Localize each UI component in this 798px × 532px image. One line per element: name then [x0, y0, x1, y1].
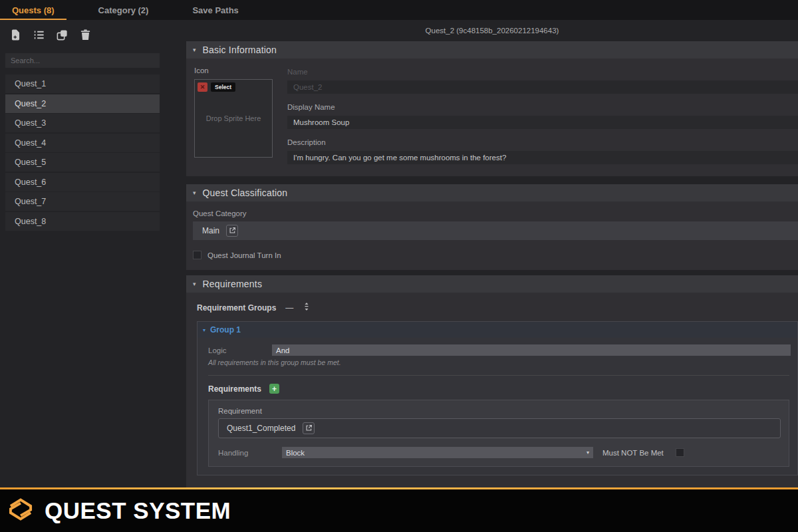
group-1-header[interactable]: ▾ Group 1: [198, 322, 797, 338]
search-input[interactable]: [5, 53, 160, 68]
requirement-object-field[interactable]: Quest1_Completed: [218, 418, 781, 438]
name-field[interactable]: [287, 80, 798, 94]
quest-list-item[interactable]: Quest_5: [5, 153, 160, 172]
group-title: Group 1: [210, 325, 241, 334]
quest-id-title: Quest_2 (9c48158b_20260212194643): [186, 20, 798, 41]
requirement-object-value: Quest1_Completed: [227, 424, 295, 433]
footer: QUEST SYSTEM: [0, 489, 798, 532]
requirements-list-label: Requirements: [208, 384, 261, 394]
quest-list-item[interactable]: Quest_8: [5, 212, 160, 231]
quest-list-item[interactable]: Quest_3: [5, 114, 160, 132]
requirement-groups-label: Requirement Groups: [197, 303, 276, 313]
must-not-be-met-label: Must NOT Be Met: [602, 449, 664, 457]
open-category-button[interactable]: [226, 225, 238, 237]
display-name-label: Display Name: [287, 103, 798, 111]
footer-title: QUEST SYSTEM: [45, 497, 231, 524]
quest-list-item[interactable]: Quest_4: [5, 134, 160, 152]
collapse-arrow-icon: ▾: [203, 327, 205, 333]
list-icon: [33, 29, 45, 44]
handling-value: Block: [286, 449, 305, 457]
description-label: Description: [287, 138, 798, 146]
quest-journal-turn-in-label: Quest Journal Turn In: [207, 251, 281, 259]
section-title: Basic Information: [203, 45, 277, 55]
reorder-groups-button[interactable]: [303, 302, 311, 314]
open-requirement-button[interactable]: [303, 422, 315, 434]
logic-helper-text: All requirements in this group must be m…: [208, 358, 791, 366]
logic-label: Logic: [208, 346, 272, 354]
sprite-drop-zone[interactable]: ✕ Select Drop Sprite Here: [194, 79, 273, 158]
tab-category[interactable]: Category (2): [86, 0, 161, 20]
quest-list-item-selected[interactable]: Quest_2: [5, 94, 160, 113]
list-view-button[interactable]: [31, 29, 46, 43]
duplicate-icon: [56, 29, 68, 44]
add-requirement-button[interactable]: +: [269, 384, 279, 394]
quest-system-logo-icon: [5, 494, 36, 527]
quest-list-item[interactable]: Quest_7: [5, 192, 160, 211]
section-basic-information: ▾ Basic Information Icon ✕ Select Drop S…: [186, 41, 798, 176]
trash-icon: [79, 29, 92, 44]
section-title: Quest Classification: [203, 188, 288, 198]
quest-category-field[interactable]: Main: [193, 221, 798, 240]
quest-category-value: Main: [202, 226, 219, 235]
section-requirements: ▾ Requirements Requirement Groups — ▾: [186, 275, 798, 487]
section-title: Requirements: [203, 279, 263, 289]
logic-dropdown[interactable]: And: [272, 344, 791, 356]
tab-save-paths[interactable]: Save Paths: [180, 0, 250, 20]
sidebar-toolbar: [0, 20, 160, 52]
divider: [208, 375, 789, 376]
quest-classification-body: Quest Category Main Quest Journal Turn I…: [186, 201, 798, 270]
quest-journal-turn-in-checkbox[interactable]: [193, 251, 201, 259]
handling-label: Handling: [218, 449, 282, 457]
main-panel: Quest_2 (9c48158b_20260212194643) ▾ Basi…: [160, 20, 798, 487]
quest-category-label: Quest Category: [193, 209, 798, 217]
basic-information-body: Icon ✕ Select Drop Sprite Here Name Disp…: [186, 59, 798, 176]
new-quest-button[interactable]: [8, 29, 23, 43]
tab-bar: Quests (8) Category (2) Save Paths: [0, 0, 798, 20]
handling-dropdown[interactable]: Block ▾: [282, 447, 593, 458]
group-1-content: Logic And All requirements in this group…: [198, 338, 797, 475]
section-quest-classification: ▾ Quest Classification Quest Category Ma…: [186, 184, 798, 270]
requirement-item-box: Requirement Quest1_Completed H: [208, 400, 789, 467]
remove-group-button[interactable]: —: [285, 305, 293, 311]
quest-list: Quest_1 Quest_2 Quest_3 Quest_4 Quest_5 …: [5, 74, 160, 231]
quest-journal-turn-in-row: Quest Journal Turn In: [193, 251, 798, 259]
quest-list-item[interactable]: Quest_1: [5, 74, 160, 93]
sort-icon: [303, 302, 311, 314]
dropdown-arrow-icon: ▾: [587, 450, 589, 456]
external-link-icon: [229, 225, 236, 237]
quest-list-item[interactable]: Quest_6: [5, 173, 160, 192]
drop-sprite-hint: Drop Sprite Here: [195, 80, 272, 157]
collapse-arrow-icon: ▾: [193, 281, 196, 287]
requirement-label: Requirement: [218, 407, 781, 415]
requirements-header[interactable]: ▾ Requirements: [186, 275, 798, 293]
requirement-group-box: ▾ Group 1 Logic And All requirements in …: [197, 321, 798, 475]
name-label: Name: [287, 68, 798, 76]
display-name-field[interactable]: [287, 116, 798, 129]
icon-label: Icon: [194, 66, 273, 74]
collapse-arrow-icon: ▾: [193, 47, 196, 53]
basic-information-header[interactable]: ▾ Basic Information: [186, 41, 798, 59]
delete-quest-button[interactable]: [78, 29, 92, 43]
sidebar: Quest_1 Quest_2 Quest_3 Quest_4 Quest_5 …: [0, 20, 160, 487]
must-not-be-met-checkbox[interactable]: [676, 448, 684, 457]
new-file-icon: [9, 29, 22, 44]
tab-quests[interactable]: Quests (8): [0, 0, 66, 20]
quest-classification-header[interactable]: ▾ Quest Classification: [186, 184, 798, 201]
logic-value: And: [276, 346, 289, 354]
external-link-icon: [305, 422, 313, 434]
requirements-body: Requirement Groups — ▾ Group 1: [186, 293, 798, 487]
collapse-arrow-icon: ▾: [193, 190, 196, 196]
duplicate-quest-button[interactable]: [55, 29, 69, 43]
description-field[interactable]: [287, 151, 798, 164]
